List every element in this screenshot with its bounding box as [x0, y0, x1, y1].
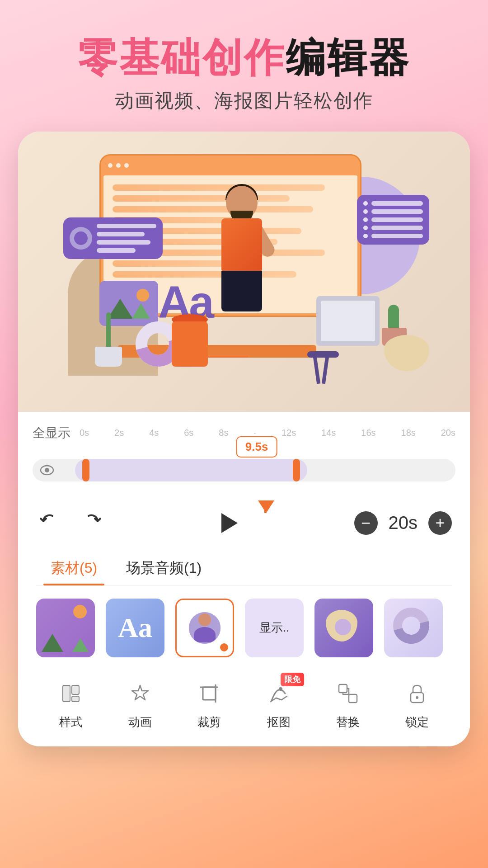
dot-lines	[363, 201, 423, 238]
asset-shape2[interactable]	[384, 599, 443, 657]
asset-display[interactable]: 显示..	[245, 599, 304, 657]
browser-dot-3	[124, 163, 129, 168]
char-body	[221, 218, 262, 273]
asset-selected-indicator	[219, 642, 229, 652]
purple-card-left	[63, 217, 163, 259]
browser-dot-1	[108, 163, 113, 168]
plant-pot	[95, 347, 122, 367]
tab-scene-audio[interactable]: 场景音频(1)	[112, 549, 216, 585]
asset-avatar[interactable]	[175, 599, 234, 657]
time-0s: 0s	[80, 428, 89, 438]
tool-style[interactable]: 样式	[53, 677, 89, 730]
svg-rect-4	[72, 696, 79, 702]
crop-label: 裁剪	[197, 714, 221, 730]
dot-line-item	[363, 226, 423, 230]
monitor-screen	[321, 301, 375, 341]
scrubber-handle-left[interactable]	[82, 459, 89, 481]
controls-row: − 20s +	[33, 508, 455, 538]
card-line	[97, 224, 156, 228]
timeline-area: 全显示 0s 2s 4s 6s 8s · 12s 14s 16s 18s 20s…	[18, 412, 470, 549]
svg-marker-5	[132, 685, 148, 700]
asset-landscape[interactable]	[36, 599, 95, 657]
landscape-icon	[36, 599, 95, 657]
mini-sun	[73, 605, 87, 618]
stool-top	[307, 351, 339, 358]
dot-line-item	[363, 217, 423, 222]
replace-icon	[330, 677, 366, 710]
main-title: 零基础创作编辑器	[0, 36, 488, 80]
bottom-panel: 素材(5) 场景音频(1) Aa	[18, 549, 470, 746]
time-2s: 2s	[114, 428, 124, 438]
avatar-inner	[74, 231, 88, 245]
tool-animation[interactable]: 动画	[122, 677, 158, 730]
purple-card-right	[357, 195, 429, 245]
duration-minus-button[interactable]: −	[354, 511, 378, 535]
duration-plus-button[interactable]: +	[428, 511, 452, 535]
header: 零基础创作编辑器 动画视频、海报图片轻松创作	[0, 0, 488, 132]
scrubber-handle-right[interactable]	[293, 459, 300, 481]
plant-stem	[106, 312, 111, 349]
time-8s: 8s	[219, 428, 228, 438]
scrubber-track[interactable]	[33, 459, 455, 481]
tool-crop[interactable]: 裁剪	[191, 677, 227, 730]
timeline-label: 全显示	[33, 425, 70, 442]
dot	[363, 201, 368, 206]
svg-rect-11	[349, 694, 357, 703]
dot	[363, 234, 368, 238]
scrubber-fill	[75, 459, 308, 481]
duration-controls: − 20s +	[354, 511, 452, 535]
asset-shape1[interactable]	[314, 599, 373, 657]
mini-mountain1	[42, 634, 63, 652]
play-button[interactable]	[214, 508, 245, 538]
shape1-icon	[326, 610, 362, 646]
tool-matting[interactable]: 限免 抠图	[261, 677, 297, 730]
tab-materials[interactable]: 素材(5)	[36, 549, 112, 585]
svg-rect-10	[339, 684, 347, 693]
egg-shape	[384, 335, 429, 371]
svg-rect-6	[203, 687, 216, 700]
shape2-icon	[393, 608, 434, 648]
tool-lock[interactable]: 锁定	[399, 677, 435, 730]
dot-bar	[371, 209, 423, 214]
card-line	[97, 248, 136, 253]
matting-icon-wrap: 限免	[261, 677, 297, 710]
svg-rect-2	[63, 685, 70, 702]
dot	[363, 226, 368, 230]
card-lines	[97, 224, 156, 253]
animation-icon	[122, 677, 158, 710]
svg-point-13	[416, 696, 418, 699]
svg-point-1	[45, 468, 49, 472]
undo-button[interactable]	[36, 509, 60, 537]
asset-text-aa: Aa	[118, 612, 152, 644]
current-time-badge: 9.5s	[236, 436, 277, 458]
dot	[363, 217, 368, 222]
dot-line-item	[363, 234, 423, 238]
tool-replace[interactable]: 替换	[330, 677, 366, 730]
tabs-row: 素材(5) 场景音频(1)	[36, 549, 452, 586]
style-label: 样式	[59, 714, 83, 730]
avatar-circle	[70, 227, 92, 250]
svg-rect-3	[72, 685, 79, 694]
tab-materials-label: 素材(5)	[51, 560, 97, 576]
redo-button[interactable]	[81, 509, 105, 537]
svg-point-9	[279, 687, 282, 691]
monitor	[316, 296, 380, 346]
card-line	[97, 232, 145, 236]
duration-display: 20s	[389, 513, 418, 533]
tab-scene-audio-label: 场景音频(1)	[126, 560, 202, 576]
title-black: 编辑器	[286, 35, 410, 80]
dot	[363, 209, 368, 214]
asset-text[interactable]: Aa	[106, 599, 164, 657]
browser-dot-2	[116, 163, 121, 168]
dot-bar	[371, 217, 423, 222]
time-14s: 14s	[321, 428, 336, 438]
preview-area[interactable]: Aa	[18, 132, 470, 412]
time-16s: 16s	[361, 428, 375, 438]
subtitle: 动画视频、海报图片轻松创作	[0, 88, 488, 113]
lock-label: 锁定	[405, 714, 429, 730]
lock-icon	[399, 677, 435, 710]
cable	[194, 356, 249, 358]
scrubber-container[interactable]: 9.5s	[33, 446, 455, 491]
stool-leg	[313, 357, 320, 384]
eye-icon[interactable]	[37, 460, 57, 480]
